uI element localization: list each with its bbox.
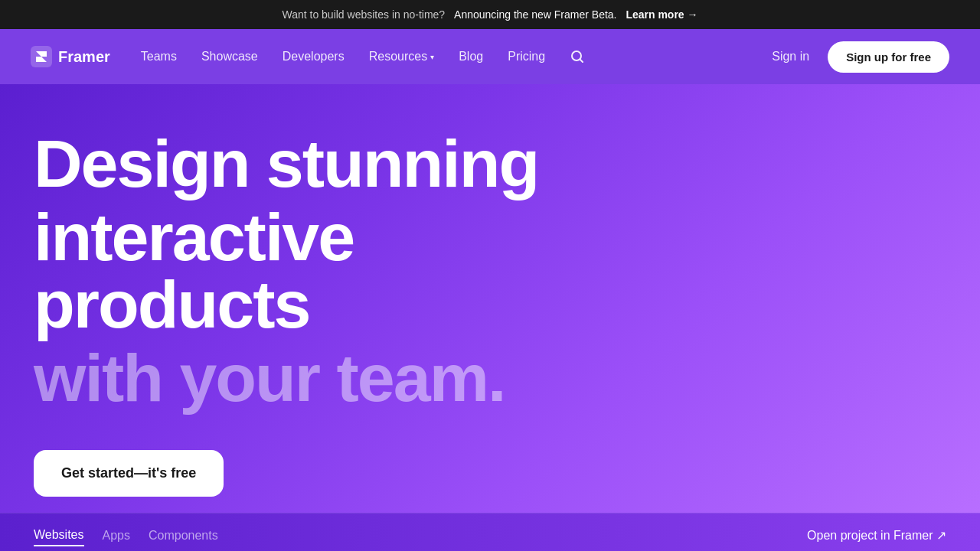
tab-apps[interactable]: Apps <box>103 526 130 546</box>
nav-links: Teams Showcase Developers Resources ▾ Bl… <box>141 49 772 64</box>
announcement-cta-link[interactable]: Learn more → <box>626 8 697 21</box>
logo-text: Framer <box>58 48 110 66</box>
signin-link[interactable]: Sign in <box>772 50 809 64</box>
hero-title-line1: Design stunning <box>34 130 616 197</box>
nav-link-blog[interactable]: Blog <box>459 50 483 64</box>
navbar: Framer Teams Showcase Developers Resourc… <box>0 29 980 84</box>
showcase-tabs-bar: Websites Apps Components Open project in… <box>0 513 980 551</box>
announcement-highlight-text: Announcing the new Framer Beta. <box>454 8 616 21</box>
hero-section: Design stunning interactive products wit… <box>0 84 980 513</box>
nav-link-resources[interactable]: Resources ▾ <box>369 50 434 64</box>
announcement-bar: Want to build websites in no-time? Annou… <box>0 0 980 29</box>
framer-logo-icon <box>31 46 52 67</box>
search-button[interactable] <box>570 49 585 64</box>
search-icon <box>570 49 585 64</box>
announcement-normal-text: Want to build websites in no-time? <box>282 8 445 21</box>
nav-link-developers[interactable]: Developers <box>283 50 345 64</box>
cta-button[interactable]: Get started—it's free <box>34 450 224 497</box>
open-project-link[interactable]: Open project in Framer ↗ <box>807 528 946 543</box>
nav-link-pricing[interactable]: Pricing <box>508 50 545 64</box>
svg-line-2 <box>580 60 583 63</box>
signup-button[interactable]: Sign up for free <box>828 41 949 73</box>
hero-title-line2: interactive products <box>34 204 616 338</box>
hero-subtitle: with your team. <box>34 344 616 412</box>
nav-right: Sign in Sign up for free <box>772 41 949 73</box>
nav-link-teams[interactable]: Teams <box>141 50 177 64</box>
tabs-left: Websites Apps Components <box>34 525 807 546</box>
tab-components[interactable]: Components <box>149 526 218 546</box>
nav-link-showcase[interactable]: Showcase <box>201 50 258 64</box>
logo[interactable]: Framer <box>31 46 110 67</box>
hero-title: Design stunning interactive products wit… <box>34 130 946 412</box>
resources-chevron-icon: ▾ <box>430 53 434 61</box>
tab-websites[interactable]: Websites <box>34 525 84 546</box>
